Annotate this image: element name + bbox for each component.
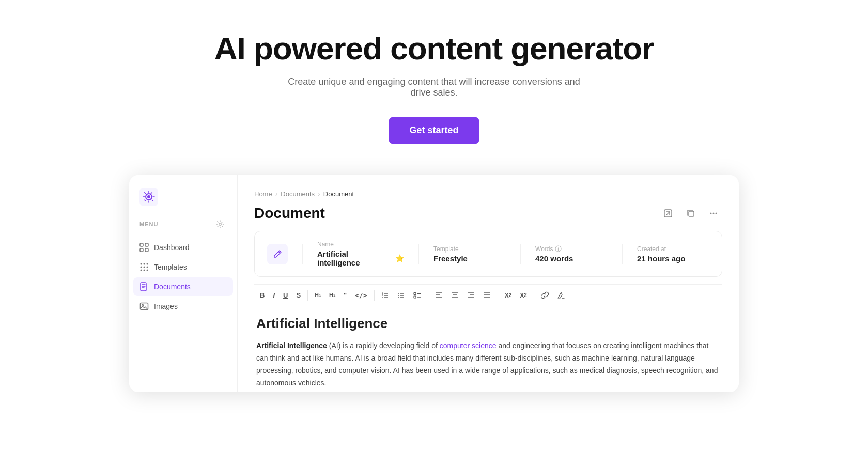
grid-icon bbox=[140, 243, 149, 252]
doc-body-link[interactable]: computer science bbox=[440, 341, 497, 350]
svg-point-34 bbox=[398, 295, 399, 296]
sidebar: MENU Dashboard bbox=[129, 175, 238, 392]
settings-icon bbox=[215, 220, 225, 229]
editor-toolbar: B I U S H₁ H₂ " </> 123 bbox=[254, 284, 722, 306]
sidebar-item-dashboard[interactable]: Dashboard bbox=[133, 238, 233, 257]
toolbar-subscript[interactable]: X2 bbox=[501, 290, 516, 301]
meta-words-label: Words bbox=[535, 245, 608, 253]
svg-point-20 bbox=[710, 213, 712, 214]
sidebar-item-images[interactable]: Images bbox=[133, 297, 233, 316]
svg-point-14 bbox=[147, 270, 148, 271]
svg-point-1 bbox=[219, 223, 222, 226]
meta-divider-1 bbox=[302, 244, 303, 264]
breadcrumb-documents[interactable]: Documents bbox=[281, 190, 315, 198]
toolbar-unordered-list[interactable] bbox=[394, 289, 409, 302]
get-started-button[interactable]: Get started bbox=[389, 117, 479, 144]
svg-point-17 bbox=[142, 305, 144, 306]
toolbar-strikethrough[interactable]: S bbox=[292, 289, 304, 301]
svg-point-33 bbox=[398, 293, 399, 294]
svg-text:3: 3 bbox=[382, 296, 383, 299]
svg-point-6 bbox=[141, 263, 142, 265]
toolbar-checklist[interactable] bbox=[410, 289, 425, 302]
sidebar-item-templates[interactable]: Templates bbox=[133, 258, 233, 276]
toolbar-code[interactable]: </> bbox=[351, 289, 370, 301]
svg-point-10 bbox=[144, 267, 145, 268]
toolbar-clear-format[interactable] bbox=[553, 289, 568, 302]
svg-point-35 bbox=[398, 297, 399, 298]
svg-point-21 bbox=[713, 213, 715, 214]
meta-template-value: Freestyle bbox=[433, 254, 506, 263]
toolbar-ordered-list[interactable]: 123 bbox=[378, 289, 393, 302]
copy-button[interactable] bbox=[682, 206, 700, 221]
main-content: Home › Documents › Document Document bbox=[238, 175, 739, 392]
sidebar-item-templates-label: Templates bbox=[154, 263, 187, 271]
toolbar-link[interactable] bbox=[537, 289, 552, 302]
image-icon bbox=[140, 302, 149, 311]
page-title: Document bbox=[254, 205, 325, 222]
breadcrumb-home[interactable]: Home bbox=[254, 190, 272, 198]
more-button[interactable] bbox=[705, 206, 722, 221]
meta-words-value: 420 words bbox=[535, 254, 608, 263]
meta-group-words: Words 420 words bbox=[535, 245, 608, 263]
toolbar-align-center[interactable] bbox=[447, 289, 462, 302]
svg-rect-36 bbox=[414, 293, 416, 295]
svg-rect-38 bbox=[414, 296, 416, 298]
svg-point-22 bbox=[716, 213, 717, 214]
sidebar-item-documents-label: Documents bbox=[154, 283, 191, 291]
breadcrumb-sep-1: › bbox=[275, 190, 278, 198]
meta-created-label: Created at bbox=[637, 245, 709, 253]
meta-name-value: Artificial intelligence ⭐ bbox=[317, 250, 404, 267]
svg-rect-2 bbox=[140, 243, 143, 246]
toolbar-sep-1 bbox=[307, 290, 308, 301]
toolbar-align-left[interactable] bbox=[431, 289, 446, 302]
svg-point-12 bbox=[141, 270, 142, 271]
svg-rect-5 bbox=[145, 248, 148, 252]
meta-name-label: Name bbox=[317, 241, 404, 248]
toolbar-quote[interactable]: " bbox=[340, 289, 350, 301]
toolbar-align-right[interactable] bbox=[463, 289, 478, 302]
toolbar-h1[interactable]: H₁ bbox=[311, 290, 324, 301]
page-actions bbox=[659, 206, 722, 221]
sidebar-nav: Dashboard Templates bbox=[129, 238, 237, 316]
edit-icon bbox=[272, 249, 283, 259]
doc-body-intro: (AI) is a rapidly developing field of bbox=[327, 341, 440, 350]
sidebar-settings-button[interactable] bbox=[211, 216, 229, 232]
svg-point-7 bbox=[144, 263, 145, 265]
meta-name-text: Artificial intelligence bbox=[317, 250, 393, 267]
breadcrumb-current: Document bbox=[323, 190, 354, 198]
hero-title: AI powered content generator bbox=[214, 31, 654, 66]
doc-edit-button[interactable] bbox=[267, 244, 288, 264]
svg-point-13 bbox=[144, 270, 145, 271]
toolbar-sep-4 bbox=[498, 290, 498, 301]
svg-point-11 bbox=[147, 267, 148, 268]
doc-content: Artificial Intelligence Artificial Intel… bbox=[254, 316, 722, 389]
toolbar-justify[interactable] bbox=[479, 289, 494, 302]
toolbar-superscript[interactable]: X2 bbox=[516, 290, 531, 301]
meta-group-template: Template Freestyle bbox=[433, 245, 506, 263]
toolbar-italic[interactable]: I bbox=[269, 289, 278, 301]
breadcrumb-sep-2: › bbox=[318, 190, 320, 198]
export-button[interactable] bbox=[659, 206, 677, 221]
svg-point-8 bbox=[147, 263, 148, 265]
hero-subtitle: Create unique and engaging content that … bbox=[279, 76, 589, 98]
meta-template-label: Template bbox=[433, 245, 506, 253]
toolbar-underline[interactable]: U bbox=[280, 289, 291, 301]
toolbar-bold[interactable]: B bbox=[256, 289, 268, 301]
sidebar-item-documents[interactable]: Documents bbox=[133, 277, 233, 296]
logo-icon bbox=[140, 188, 158, 206]
doc-meta-card: Name Artificial intelligence ⭐ Template … bbox=[254, 231, 722, 277]
sidebar-item-images-label: Images bbox=[154, 302, 178, 310]
svg-rect-3 bbox=[145, 243, 148, 246]
meta-group-created: Created at 21 hours ago bbox=[637, 245, 709, 263]
favorite-star[interactable]: ⭐ bbox=[395, 254, 404, 262]
meta-divider-4 bbox=[622, 244, 623, 264]
page-header: Document bbox=[254, 205, 722, 222]
meta-divider-3 bbox=[520, 244, 521, 264]
sidebar-item-dashboard-label: Dashboard bbox=[154, 243, 190, 252]
toolbar-h2[interactable]: H₂ bbox=[326, 290, 339, 301]
export-icon bbox=[663, 209, 673, 218]
doc-icon bbox=[140, 282, 149, 291]
grid-dots-icon bbox=[140, 262, 149, 272]
info-icon bbox=[555, 245, 562, 252]
copy-icon bbox=[686, 209, 695, 218]
